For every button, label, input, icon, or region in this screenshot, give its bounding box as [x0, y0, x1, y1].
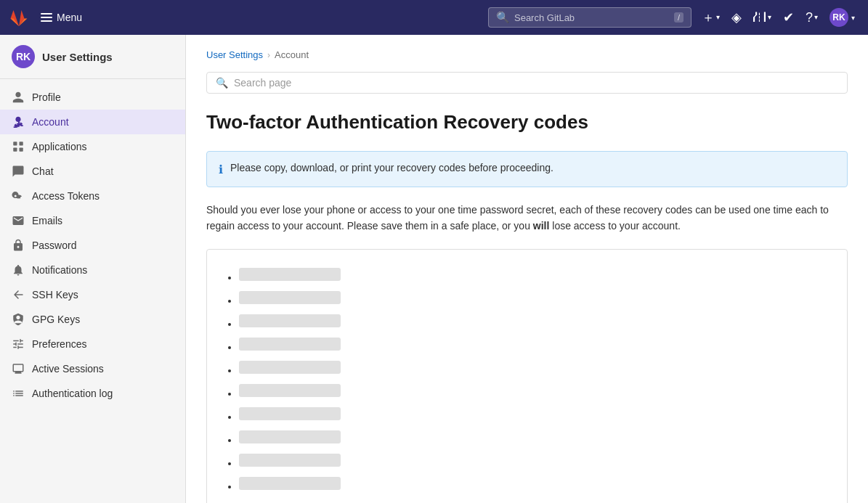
sidebar-item-label: Password [32, 240, 76, 251]
breadcrumb: User Settings › Account [206, 49, 848, 60]
sidebar-item-password[interactable]: Password [0, 233, 185, 258]
sliders-icon [12, 338, 25, 351]
chevron-down-icon: ▾ [851, 14, 855, 22]
sidebar-item-gpg-keys[interactable]: GPG Keys [0, 307, 185, 332]
search-input[interactable] [514, 12, 670, 23]
sidebar-title: User Settings [42, 51, 113, 63]
menu-button[interactable]: Menu [35, 9, 88, 26]
list-item [239, 473, 830, 496]
svg-rect-0 [13, 142, 17, 145]
sidebar-item-label: GPG Keys [32, 314, 80, 325]
search-icon: 🔍 [496, 11, 510, 24]
banner-text: Please copy, download, or print your rec… [230, 162, 553, 173]
help-icon: ? [806, 11, 813, 24]
main-content: User Settings › Account 🔍 Two-factor Aut… [186, 35, 868, 503]
recovery-codes-container [206, 249, 848, 503]
ssh-icon [12, 288, 25, 301]
nav-icons: ＋ ▾ ◈ ⛙ ▾ ✔ ? ▾ RK ▾ [697, 5, 859, 30]
description-part1: Should you ever lose your phone or acces… [206, 204, 829, 232]
chevron-down-icon: ▾ [768, 14, 771, 21]
plus-icon: ＋ [702, 11, 715, 24]
sidebar-nav: Profile Account Applications Chat [0, 79, 185, 412]
sidebar-item-active-sessions[interactable]: Active Sessions [0, 356, 185, 381]
info-icon: ℹ [219, 163, 223, 176]
sidebar-item-auth-log[interactable]: Authentication log [0, 381, 185, 406]
gpg-icon [12, 313, 25, 326]
page-search-bar: 🔍 [206, 72, 848, 94]
sidebar-item-preferences[interactable]: Preferences [0, 332, 185, 356]
list-item [239, 264, 830, 287]
chat-icon [12, 165, 25, 178]
email-icon [12, 214, 25, 227]
issues-button[interactable]: ◈ [727, 7, 746, 28]
breadcrumb-separator: › [267, 50, 270, 60]
sidebar-item-account[interactable]: Account [0, 110, 185, 134]
sidebar-item-applications[interactable]: Applications [0, 134, 185, 159]
sidebar-item-chat[interactable]: Chat [0, 159, 185, 184]
sidebar-item-label: Preferences [32, 338, 86, 350]
gitlab-logo [9, 7, 29, 28]
help-button[interactable]: ? ▾ [801, 7, 822, 28]
sidebar-item-label: Emails [32, 215, 62, 226]
issues-icon: ◈ [731, 11, 742, 24]
sidebar-item-emails[interactable]: Emails [0, 208, 185, 233]
list-item [239, 287, 830, 311]
svg-rect-3 [20, 148, 23, 152]
hamburger-icon [41, 13, 52, 22]
todo-icon: ✔ [783, 11, 794, 24]
list-item [239, 450, 830, 473]
svg-rect-1 [20, 142, 23, 145]
monitor-icon [12, 362, 25, 375]
sidebar-header: RK User Settings [0, 35, 185, 79]
breadcrumb-current: Account [275, 49, 309, 60]
svg-rect-2 [13, 148, 17, 152]
chevron-down-icon: ▾ [814, 14, 818, 21]
merge-requests-button[interactable]: ⛙ ▾ [749, 7, 776, 28]
sidebar-item-notifications[interactable]: Notifications [0, 258, 185, 282]
bell-icon [12, 263, 25, 277]
sidebar-item-label: Account [32, 116, 69, 128]
lock-icon [12, 239, 25, 252]
top-navigation: Menu 🔍 / ＋ ▾ ◈ ⛙ ▾ ✔ ? ▾ RK ▾ [0, 0, 868, 35]
menu-label: Menu [57, 12, 82, 23]
sidebar-item-access-tokens[interactable]: Access Tokens [0, 184, 185, 208]
search-slash: / [674, 12, 684, 23]
list-item [239, 334, 830, 357]
breadcrumb-parent[interactable]: User Settings [206, 49, 263, 60]
page-title: Two-factor Authentication Recovery codes [206, 111, 848, 134]
apps-icon [12, 140, 25, 153]
list-item [239, 427, 830, 450]
list-item [239, 311, 830, 334]
sidebar-item-label: Authentication log [32, 388, 113, 399]
user-avatar: RK [830, 8, 848, 27]
global-search[interactable]: 🔍 / [488, 7, 691, 28]
sidebar-item-label: Profile [32, 91, 61, 103]
new-item-button[interactable]: ＋ ▾ [697, 7, 724, 28]
search-icon: 🔍 [216, 77, 228, 89]
description-text: Should you ever lose your phone or acces… [206, 202, 848, 234]
list-icon [12, 387, 25, 400]
sidebar-item-profile[interactable]: Profile [0, 85, 185, 110]
chevron-down-icon: ▾ [716, 14, 720, 21]
sidebar-item-label: Notifications [32, 264, 87, 276]
description-end: lose access to your account. [552, 220, 681, 232]
sidebar-item-label: Access Tokens [32, 190, 100, 202]
list-item [239, 380, 830, 404]
person-icon [12, 91, 25, 104]
code-list [224, 264, 830, 496]
sidebar-avatar: RK [12, 45, 35, 68]
list-item [239, 404, 830, 427]
todos-button[interactable]: ✔ [779, 7, 798, 28]
user-menu-button[interactable]: RK ▾ [825, 5, 859, 30]
sidebar-item-label: SSH Keys [32, 289, 78, 300]
key-icon [12, 189, 25, 203]
list-item [239, 357, 830, 380]
sidebar-item-label: Applications [32, 141, 87, 152]
person-gear-icon [12, 115, 25, 128]
sidebar-item-label: Chat [32, 165, 54, 177]
description-bold: will [533, 220, 550, 232]
info-banner: ℹ Please copy, download, or print your r… [206, 151, 848, 187]
page-search-input[interactable] [234, 77, 838, 89]
sidebar-item-label: Active Sessions [32, 363, 104, 375]
sidebar-item-ssh-keys[interactable]: SSH Keys [0, 282, 185, 307]
